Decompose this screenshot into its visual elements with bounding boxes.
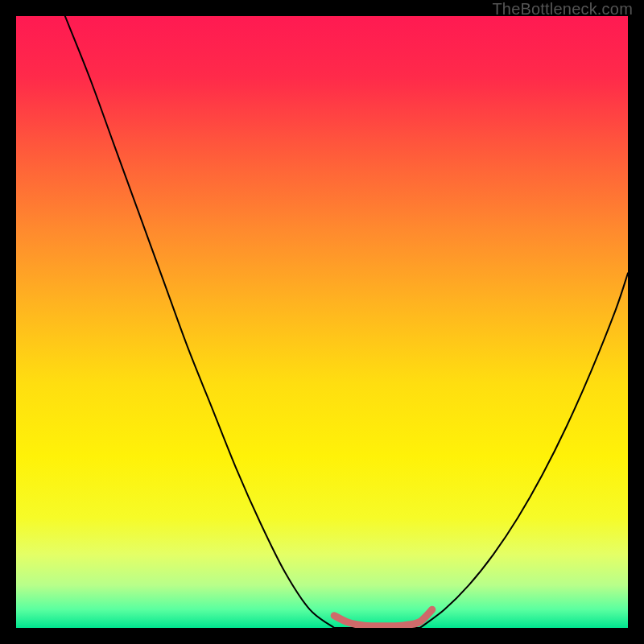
- highlight-marker: [334, 609, 432, 626]
- watermark-text: TheBottleneck.com: [492, 0, 633, 19]
- chart-stage: TheBottleneck.com: [0, 0, 644, 644]
- plot-area: [16, 16, 628, 628]
- curve-left-branch: [65, 16, 334, 628]
- curve-right-branch: [420, 273, 628, 628]
- curve-layer: [16, 16, 628, 628]
